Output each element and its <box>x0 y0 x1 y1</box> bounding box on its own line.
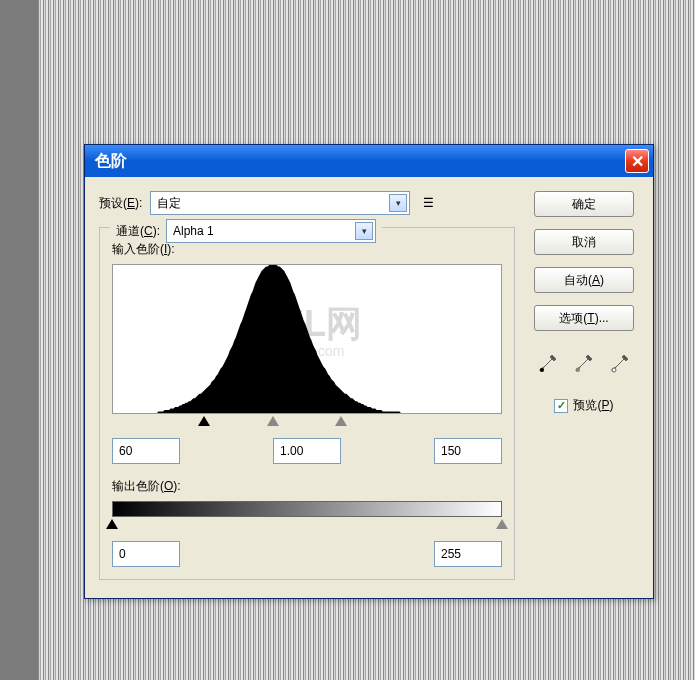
black-point-slider[interactable] <box>198 416 210 426</box>
input-slider-track[interactable] <box>112 416 502 430</box>
app-grey-margin <box>0 0 38 680</box>
white-eyedropper[interactable] <box>606 351 634 375</box>
eyedropper-row <box>534 351 634 375</box>
levels-dialog: 色阶 ✕ 预设(E): 自定 ▾ ☰ 通道(C <box>84 144 654 599</box>
ok-button[interactable]: 确定 <box>534 191 634 217</box>
preset-menu-button[interactable]: ☰ <box>418 194 438 212</box>
input-values-row <box>112 438 502 464</box>
channel-dropdown[interactable]: Alpha 1 ▾ <box>166 219 376 243</box>
input-white-field[interactable] <box>434 438 502 464</box>
options-button[interactable]: 选项(T)... <box>534 305 634 331</box>
channel-label: 通道(C): <box>116 223 160 240</box>
gamma-slider[interactable] <box>267 416 279 426</box>
gray-eyedropper[interactable] <box>570 351 598 375</box>
right-column: 确定 取消 自动(A) 选项(T)... ✓ <box>529 191 639 580</box>
eyedropper-icon <box>574 353 594 373</box>
svg-point-0 <box>540 368 544 372</box>
output-levels-label: 输出色阶(O): <box>112 478 502 495</box>
preset-value: 自定 <box>157 195 389 212</box>
dialog-body: 预设(E): 自定 ▾ ☰ 通道(C): Alpha 1 ▾ <box>85 177 653 598</box>
preset-row: 预设(E): 自定 ▾ ☰ <box>99 191 515 215</box>
titlebar[interactable]: 色阶 ✕ <box>85 145 653 177</box>
output-section: 输出色阶(O): <box>112 478 502 567</box>
preset-dropdown[interactable]: 自定 ▾ <box>150 191 410 215</box>
chevron-down-icon: ▾ <box>355 222 373 240</box>
input-levels-label: 输入色阶(I): <box>112 241 502 258</box>
chevron-down-icon: ▾ <box>389 194 407 212</box>
white-point-slider[interactable] <box>335 416 347 426</box>
svg-point-1 <box>576 368 580 372</box>
preset-label: 预设(E): <box>99 195 142 212</box>
output-black-slider[interactable] <box>106 519 118 529</box>
eyedropper-icon <box>610 353 630 373</box>
close-icon: ✕ <box>631 152 644 171</box>
output-slider-track[interactable] <box>112 519 502 533</box>
preview-row: ✓ 预览(P) <box>554 397 613 414</box>
output-white-field[interactable] <box>434 541 502 567</box>
cancel-button[interactable]: 取消 <box>534 229 634 255</box>
menu-icon: ☰ <box>423 196 434 210</box>
close-button[interactable]: ✕ <box>625 149 649 173</box>
output-white-slider[interactable] <box>496 519 508 529</box>
channel-group: 通道(C): Alpha 1 ▾ 输入色阶(I): GXL网 system.co… <box>99 227 515 580</box>
preview-checkbox[interactable]: ✓ <box>554 399 568 413</box>
preview-label: 预览(P) <box>573 397 613 414</box>
black-eyedropper[interactable] <box>534 351 562 375</box>
left-column: 预设(E): 自定 ▾ ☰ 通道(C): Alpha 1 ▾ <box>99 191 515 580</box>
channel-value: Alpha 1 <box>173 224 355 238</box>
input-black-field[interactable] <box>112 438 180 464</box>
output-gradient <box>112 501 502 517</box>
histogram-chart <box>113 265 501 413</box>
auto-button[interactable]: 自动(A) <box>534 267 634 293</box>
channel-legend: 通道(C): Alpha 1 ▾ <box>110 219 382 243</box>
input-gamma-field[interactable] <box>273 438 341 464</box>
dialog-title: 色阶 <box>95 151 625 172</box>
eyedropper-icon <box>538 353 558 373</box>
output-black-field[interactable] <box>112 541 180 567</box>
output-values-row <box>112 541 502 567</box>
svg-point-2 <box>612 368 616 372</box>
histogram: GXL网 system.com <box>112 264 502 414</box>
